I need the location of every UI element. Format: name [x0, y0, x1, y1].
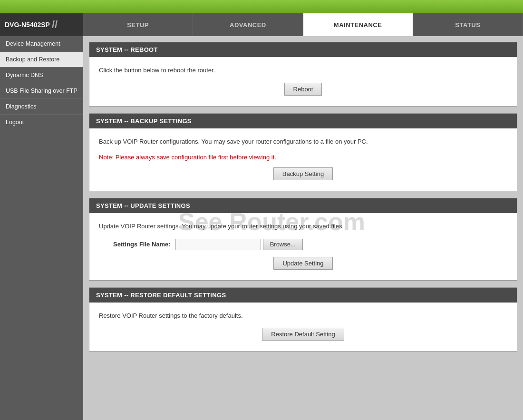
- reboot-button[interactable]: Reboot: [284, 83, 322, 96]
- logo: DVG-N5402SP //: [0, 13, 83, 36]
- backup-button-container: Backup Setting: [99, 167, 507, 180]
- settings-file-input[interactable]: [175, 239, 261, 250]
- sidebar: Device Management Backup and Restore Dyn…: [0, 36, 83, 420]
- restore-button-container: Restore Default Setting: [99, 328, 507, 341]
- section-update-header: SYSTEM -- UPDATE SETTINGS: [89, 198, 517, 213]
- logo-text: DVG-N5402SP: [5, 21, 50, 29]
- tab-setup[interactable]: SETUP: [83, 13, 193, 36]
- tab-maintenance[interactable]: MAINTENANCE: [303, 13, 413, 36]
- section-update: SYSTEM -- UPDATE SETTINGS Update VOIP Ro…: [89, 198, 517, 281]
- backup-setting-button[interactable]: Backup Setting: [273, 167, 333, 180]
- restore-default-button[interactable]: Restore Default Setting: [262, 328, 344, 341]
- tab-advanced[interactable]: ADVANCED: [193, 13, 303, 36]
- section-restore-header: SYSTEM -- RESTORE DEFAULT SETTINGS: [89, 288, 517, 303]
- section-backup: SYSTEM -- BACKUP SETTINGS Back up VOIP R…: [89, 113, 517, 192]
- tab-bar: SETUP ADVANCED MAINTENANCE STATUS: [83, 13, 523, 36]
- sidebar-item-diagnostics[interactable]: Diagnostics: [0, 99, 83, 115]
- top-bar: [0, 0, 523, 13]
- header: DVG-N5402SP // SETUP ADVANCED MAINTENANC…: [0, 13, 523, 36]
- tab-status[interactable]: STATUS: [413, 13, 523, 36]
- update-button-container: Update Setting: [99, 257, 507, 270]
- section-reboot-header: SYSTEM -- REBOOT: [89, 42, 517, 57]
- file-row: Settings File Name: Browse...: [113, 239, 507, 250]
- reboot-button-container: Reboot: [99, 83, 507, 96]
- sidebar-item-usb-file-sharing[interactable]: USB File Sharing over FTP: [0, 83, 83, 99]
- backup-description: Back up VOIP Router configurations. You …: [99, 137, 507, 147]
- section-reboot-body: Click the button below to reboot the rou…: [89, 57, 517, 106]
- browse-button[interactable]: Browse...: [263, 239, 303, 250]
- restore-description: Restore VOIP Router settings to the fact…: [99, 311, 507, 321]
- section-restore: SYSTEM -- RESTORE DEFAULT SETTINGS Resto…: [89, 287, 517, 352]
- sidebar-item-backup-restore[interactable]: Backup and Restore: [0, 52, 83, 68]
- content-area: See Router.com SYSTEM -- REBOOT Click th…: [83, 36, 523, 420]
- section-backup-body: Back up VOIP Router configurations. You …: [89, 128, 517, 191]
- main-layout: Device Management Backup and Restore Dyn…: [0, 36, 523, 420]
- sidebar-item-device-management[interactable]: Device Management: [0, 36, 83, 52]
- section-update-body: Update VOIP Router settings. You may upd…: [89, 213, 517, 280]
- logo-slash: //: [52, 19, 58, 31]
- sidebar-item-logout[interactable]: Logout: [0, 115, 83, 130]
- section-restore-body: Restore VOIP Router settings to the fact…: [89, 303, 517, 352]
- reboot-description: Click the button below to reboot the rou…: [99, 66, 507, 75]
- section-backup-header: SYSTEM -- BACKUP SETTINGS: [89, 114, 517, 128]
- section-reboot: SYSTEM -- REBOOT Click the button below …: [89, 42, 517, 107]
- update-setting-button[interactable]: Update Setting: [273, 257, 332, 270]
- update-description: Update VOIP Router settings. You may upd…: [99, 222, 507, 231]
- sidebar-item-dynamic-dns[interactable]: Dynamic DNS: [0, 68, 83, 83]
- file-label: Settings File Name:: [113, 241, 171, 248]
- backup-note: Note: Please always save configuration f…: [99, 154, 507, 161]
